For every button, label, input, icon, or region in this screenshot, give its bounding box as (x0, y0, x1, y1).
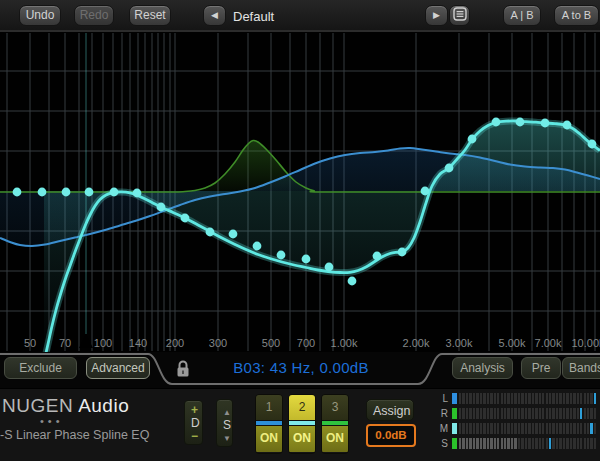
eq-node-handle[interactable] (13, 188, 22, 197)
band-on-toggle[interactable]: ON (256, 426, 282, 452)
eq-node-handle[interactable] (85, 188, 94, 197)
eq-node-handle[interactable] (253, 242, 262, 251)
meter-segment (501, 393, 503, 404)
undo-button[interactable]: Undo (19, 5, 61, 26)
eq-graph[interactable]: 50701001402003005007001.00k2.00k3.00k5.0… (0, 32, 600, 352)
exclude-button[interactable]: Exclude (4, 357, 77, 379)
band-on-toggle[interactable]: ON (322, 426, 348, 452)
right-arrow-icon: ▶ (433, 10, 440, 20)
assign-button[interactable]: Assign (366, 399, 414, 421)
reset-button[interactable]: Reset (129, 5, 171, 26)
meter-segment (546, 408, 548, 419)
down-triangle-icon: ▼ (223, 434, 231, 443)
eq-node-handle[interactable] (277, 251, 286, 260)
eq-node-handle[interactable] (492, 118, 501, 127)
list-icon (453, 7, 467, 21)
eq-node-handle[interactable] (38, 188, 47, 197)
meter-source-block (452, 438, 457, 449)
eq-node-handle[interactable] (588, 140, 597, 149)
eq-node-handle[interactable] (516, 118, 525, 127)
meter-segment (584, 393, 586, 404)
meter-segment (466, 438, 468, 449)
eq-node-handle[interactable] (373, 252, 382, 261)
eq-node-handle[interactable] (348, 277, 357, 286)
meter-segment (473, 393, 475, 404)
meter-segment (490, 408, 492, 419)
preset-name[interactable]: Default (233, 9, 274, 24)
band-button-1[interactable]: 1ON (255, 394, 283, 454)
eq-node-handle[interactable] (325, 263, 334, 272)
eq-node-handle[interactable] (468, 135, 477, 144)
dither-button[interactable]: +D− (184, 400, 203, 445)
eq-node-handle[interactable] (133, 189, 142, 198)
meter-segment (462, 438, 464, 449)
meter-segment (552, 438, 554, 449)
eq-node-handle[interactable] (302, 255, 311, 264)
eq-node-handle[interactable] (421, 187, 430, 196)
meter-segment (577, 393, 579, 404)
advanced-button[interactable]: Advanced (86, 357, 150, 379)
band-button-2[interactable]: 2ON (288, 394, 316, 454)
ab-compare-button[interactable]: A | B (503, 5, 541, 26)
meter-segment (507, 393, 509, 404)
meter-segment (497, 408, 499, 419)
eq-node-handle[interactable] (398, 248, 407, 257)
freq-tick-label: 2.00k (403, 337, 430, 349)
pre-button[interactable]: Pre (521, 357, 561, 379)
meter-segment (504, 438, 506, 449)
eq-node-handle[interactable] (157, 203, 166, 212)
bands-button[interactable]: Bands (562, 357, 600, 379)
meter-segment (546, 438, 548, 449)
meter-label: S (438, 438, 448, 449)
meter-segment (566, 393, 568, 404)
meter-segment (501, 408, 503, 419)
meter-segment (480, 393, 482, 404)
stereo-mode-button[interactable]: ▲S▼ (216, 399, 233, 447)
freq-tick-label: 50 (24, 337, 36, 349)
meter-segment (590, 408, 592, 419)
meter-segment (494, 438, 496, 449)
eq-node-handle[interactable] (181, 214, 190, 223)
meter-segment (497, 393, 499, 404)
a-to-b-copy-button[interactable]: A to B (554, 5, 599, 26)
redo-button[interactable]: Redo (74, 5, 114, 26)
meter-segment (511, 408, 513, 419)
eq-node-handle[interactable] (229, 230, 238, 239)
level-meters: LRMS (438, 393, 598, 455)
meter-segment (584, 423, 586, 434)
meter-segment (580, 423, 582, 434)
meter-segment (518, 408, 520, 419)
meter-segment (473, 438, 475, 449)
band-on-toggle[interactable]: ON (289, 426, 315, 452)
eq-node-handle[interactable] (445, 164, 454, 173)
band-button-3[interactable]: 3ON (321, 394, 349, 454)
meter-segment (504, 408, 506, 419)
analysis-button[interactable]: Analysis (452, 357, 513, 379)
freq-tick-label: 1.00k (331, 337, 358, 349)
meter-segment (459, 393, 461, 404)
eq-node-handle[interactable] (110, 188, 119, 197)
meter-segment (511, 393, 513, 404)
band-number: 3 (322, 395, 348, 420)
meter-segment (535, 423, 537, 434)
eq-node-handle[interactable] (563, 121, 572, 130)
meter-segment (469, 438, 471, 449)
meter-row-R: R (438, 408, 598, 419)
eq-node-handle[interactable] (206, 228, 215, 237)
meter-segment (539, 438, 541, 449)
meter-segment (487, 423, 489, 434)
meter-row-M: M (438, 423, 598, 434)
meter-segment (570, 393, 572, 404)
preset-previous-button[interactable]: ◀ (203, 5, 226, 26)
marker-triangle-icon[interactable] (79, 334, 93, 348)
gain-readout[interactable]: 0.0dB (366, 424, 416, 447)
meter-segment (542, 438, 544, 449)
meter-segment (577, 408, 579, 419)
eq-node-handle[interactable] (541, 119, 550, 128)
preset-list-button[interactable] (449, 5, 470, 26)
meter-segment (552, 393, 554, 404)
preset-next-button[interactable]: ▶ (425, 5, 448, 26)
meter-segment (594, 438, 596, 449)
eq-node-handle[interactable] (62, 188, 71, 197)
meter-segment (501, 438, 503, 449)
